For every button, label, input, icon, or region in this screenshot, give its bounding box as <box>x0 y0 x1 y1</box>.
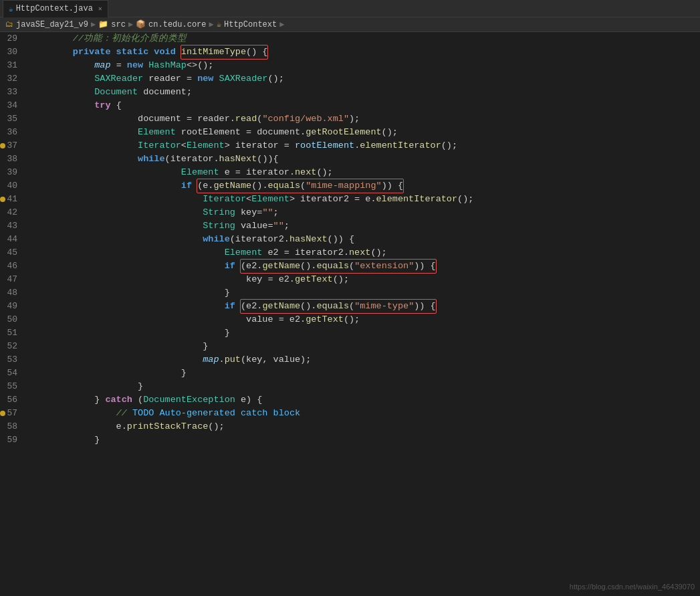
ln-55: 55 <box>0 380 21 393</box>
code-line-53: map.put(key, value); <box>29 353 700 367</box>
code-line-46: if (e2.getName().equals("extension")) { <box>29 260 700 273</box>
ln-43: 43 <box>0 219 21 233</box>
breadcrumb-sep-4: ▶ <box>279 19 284 29</box>
ln-48: 48 <box>0 286 21 300</box>
ln-59: 59 <box>0 433 21 447</box>
ln-34: 34 <box>0 99 21 112</box>
breadcrumb-part-2[interactable]: src <box>111 20 126 29</box>
code-line-51: } <box>29 326 700 340</box>
tab-close-icon[interactable]: ✕ <box>98 5 102 13</box>
code-line-59: } <box>29 433 700 447</box>
code-line-45: Element e2 = iterator2.next(); <box>29 246 700 260</box>
code-line-40: if (e.getName().equals("mime-mapping")) … <box>29 179 700 193</box>
ln-39: 39 <box>0 166 21 179</box>
ln-46: 46 <box>0 260 21 273</box>
ln-45: 45 <box>0 246 21 260</box>
code-line-29: //功能：初始化介质的类型 <box>29 32 700 45</box>
code-line-47: key = e2.getText(); <box>29 273 700 286</box>
tab-label: HttpContext.java <box>16 4 93 13</box>
breadcrumb: 🗂 javaSE_day21_v9 ▶ 📁 src ▶ 📦 cn.tedu.co… <box>0 17 700 32</box>
code-area[interactable]: //功能：初始化介质的类型 private static void initMi… <box>27 32 700 596</box>
code-line-48: } <box>29 286 700 300</box>
code-line-43: String value=""; <box>29 219 700 233</box>
code-line-49: if (e2.getName().equals("mime-type")) { <box>29 300 700 313</box>
tab-bar: ☕ HttpContext.java ✕ <box>0 0 700 17</box>
ln-33: 33 <box>0 86 21 99</box>
ln-50: 50 <box>0 313 21 326</box>
line-numbers: 29 30 31 32 33 34 35 36 37 38 39 40 41 4… <box>0 32 27 596</box>
code-line-32: SAXReader reader = new SAXReader(); <box>29 72 700 86</box>
ln-57: 57 <box>0 407 21 420</box>
ln-38: 38 <box>0 153 21 166</box>
breadcrumb-icon-4: ☕ <box>217 19 221 29</box>
code-line-50: value = e2.getText(); <box>29 313 700 326</box>
ln-53: 53 <box>0 353 21 367</box>
ln-51: 51 <box>0 326 21 340</box>
ln-30: 30 <box>0 45 21 59</box>
breadcrumb-icon-3: 📦 <box>136 19 146 29</box>
ln-35: 35 <box>0 112 21 126</box>
ln-40: 40 <box>0 179 21 193</box>
code-line-38: while(iterator.hasNext()){ <box>29 153 700 166</box>
breadcrumb-part-4[interactable]: HttpContext <box>224 20 277 29</box>
code-line-44: while(iterator2.hasNext()) { <box>29 233 700 246</box>
code-line-35: document = reader.read("config/web.xml")… <box>29 112 700 126</box>
ln-47: 47 <box>0 273 21 286</box>
ln-42: 42 <box>0 206 21 219</box>
ln-54: 54 <box>0 367 21 380</box>
java-file-icon: ☕ <box>9 5 13 13</box>
breadcrumb-sep-1: ▶ <box>91 19 96 29</box>
breadcrumb-sep-2: ▶ <box>128 19 133 29</box>
breadcrumb-part-3[interactable]: cn.tedu.core <box>148 20 206 29</box>
ln-29: 29 <box>0 32 21 45</box>
ln-41: 41 <box>0 193 21 206</box>
ln-37: 37 <box>0 139 21 153</box>
ln-52: 52 <box>0 340 21 353</box>
code-line-33: Document document; <box>29 86 700 99</box>
code-line-31: map = new HashMap<>(); <box>29 59 700 72</box>
ln-58: 58 <box>0 420 21 433</box>
code-line-54: } <box>29 367 700 380</box>
breadcrumb-part-1[interactable]: javaSE_day21_v9 <box>16 20 88 29</box>
watermark: https://blog.csdn.net/waixin_46439070 <box>570 583 695 591</box>
code-line-41: Iterator<Element> iterator2 = e.elementI… <box>29 193 700 206</box>
breadcrumb-sep-3: ▶ <box>209 19 214 29</box>
code-line-39: Element e = iterator.next(); <box>29 166 700 179</box>
breadcrumb-icon: 🗂 <box>5 19 13 29</box>
editor: 29 30 31 32 33 34 35 36 37 38 39 40 41 4… <box>0 32 700 596</box>
ln-31: 31 <box>0 59 21 72</box>
code-line-36: Element rootElement = document.getRootEl… <box>29 126 700 139</box>
code-line-34: try { <box>29 99 700 112</box>
tab-httpcontext[interactable]: ☕ HttpContext.java ✕ <box>3 0 108 17</box>
ln-49: 49 <box>0 300 21 313</box>
breadcrumb-icon-2: 📁 <box>98 19 108 29</box>
code-line-57: // TODO Auto-generated catch block <box>29 407 700 420</box>
code-line-56: } catch (DocumentException e) { <box>29 393 700 407</box>
ln-44: 44 <box>0 233 21 246</box>
code-line-42: String key=""; <box>29 206 700 219</box>
code-line-55: } <box>29 380 700 393</box>
ln-36: 36 <box>0 126 21 139</box>
code-line-58: e.printStackTrace(); <box>29 420 700 433</box>
code-line-37: Iterator<Element> iterator = rootElement… <box>29 139 700 153</box>
code-line-52: } <box>29 340 700 353</box>
ln-32: 32 <box>0 72 21 86</box>
ln-56: 56 <box>0 393 21 407</box>
code-line-30: private static void initMimeType() { <box>29 45 700 59</box>
